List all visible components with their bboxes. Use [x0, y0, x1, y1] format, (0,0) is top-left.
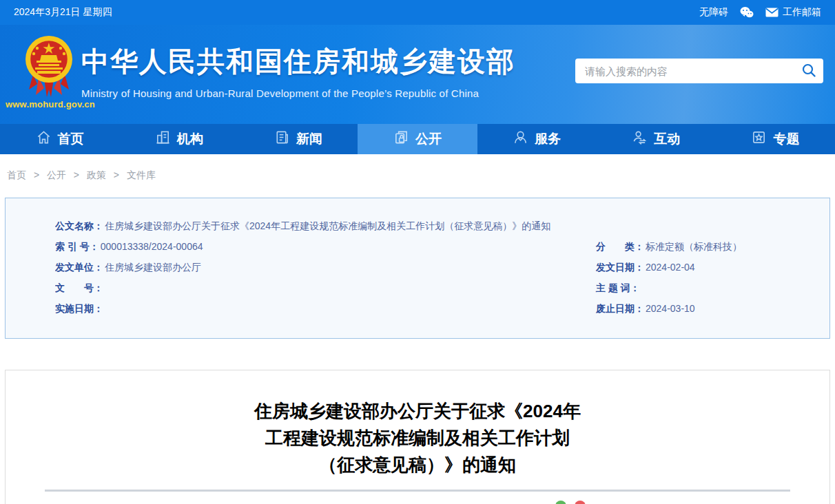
abolition-date-label: 废止日期：	[596, 298, 644, 319]
article-title: 住房城乡建设部办公厅关于征求《2024年 工程建设规范标准编制及相关工作计划 （…	[6, 398, 829, 479]
document-info-card: 公文名称： 住房城乡建设部办公厅关于征求《2024年工程建设规范标准编制及相关工…	[5, 198, 830, 339]
subject-words-label: 主 题 词：	[596, 277, 640, 298]
issuing-unit-label: 发文单位：	[55, 257, 103, 277]
search-icon	[801, 63, 816, 80]
issuing-unit-value: 住房城乡建设部办公厅	[105, 257, 201, 277]
share-icons	[555, 501, 586, 504]
news-icon	[274, 129, 290, 149]
nav-label: 公开	[415, 130, 442, 148]
page: 2024年3月21日 星期四 无障碍	[0, 0, 835, 504]
china-national-emblem-icon	[23, 34, 74, 101]
mailbox-label: 工作邮箱	[783, 6, 821, 19]
breadcrumb-separator: >	[34, 169, 39, 180]
topics-icon	[751, 129, 767, 149]
breadcrumb: 首页 > 公开 > 政策 > 文件库	[0, 154, 835, 198]
implementation-date-label: 实施日期：	[55, 298, 103, 319]
organization-icon	[155, 129, 171, 149]
info-row: 实施日期： 废止日期： 2024-03-10	[55, 298, 802, 319]
info-row: 发文单位： 住房城乡建设部办公厅 发文日期： 2024-02-04	[55, 257, 802, 277]
doc-title-label: 公文名称：	[55, 216, 103, 236]
nav-label: 专题	[773, 130, 799, 148]
index-number-value: 000013338/2024-00064	[101, 236, 203, 257]
home-icon	[36, 129, 52, 149]
article-title-line: 工程建设规范标准编制及相关工作计划	[6, 425, 829, 452]
site-header: www.mohurd.gov.cn 中华人民共和国住房和城乡建设部 Minist…	[0, 25, 835, 124]
mailbox-link[interactable]: 工作邮箱	[765, 6, 821, 19]
nav-item-home[interactable]: 首页	[0, 124, 119, 154]
nav-item-organization[interactable]: 机构	[119, 124, 238, 154]
wechat-icon	[739, 6, 754, 19]
nav-label: 新闻	[296, 130, 322, 148]
info-row-title: 公文名称： 住房城乡建设部办公厅关于征求《2024年工程建设规范标准编制及相关工…	[55, 216, 802, 236]
wechat-share-icon[interactable]	[555, 501, 566, 504]
weibo-share-icon[interactable]	[575, 501, 586, 504]
service-icon	[513, 129, 528, 149]
document-number-label: 文 号：	[55, 277, 103, 298]
index-number-label: 索 引 号：	[55, 236, 99, 257]
nav-label: 首页	[58, 130, 84, 148]
main-nav: 首页 机构 新闻	[0, 124, 835, 154]
article-card: 住房城乡建设部办公厅关于征求《2024年 工程建设规范标准编制及相关工作计划 （…	[5, 370, 830, 504]
topbar: 2024年3月21日 星期四 无障碍	[0, 0, 835, 25]
issue-date-value: 2024-02-04	[646, 257, 695, 277]
breadcrumb-separator: >	[74, 169, 79, 180]
category-label: 分 类：	[596, 236, 644, 257]
abolition-date-value: 2024-03-10	[646, 298, 695, 319]
nav-label: 互动	[654, 130, 680, 148]
nav-item-interaction[interactable]: 互动	[597, 124, 716, 154]
site-title: 中华人民共和国住房和城乡建设部	[81, 43, 515, 81]
nav-label: 服务	[535, 130, 561, 148]
disclosure-icon	[393, 129, 409, 149]
category-value: 标准定额（标准科技）	[646, 236, 742, 257]
doc-title-value: 住房城乡建设部办公厅关于征求《2024年工程建设规范标准编制及相关工作计划（征求…	[105, 216, 550, 236]
site-url: www.mohurd.gov.cn	[6, 99, 95, 109]
nav-item-news[interactable]: 新闻	[238, 124, 358, 154]
breadcrumb-separator: >	[114, 169, 119, 180]
interaction-icon	[632, 129, 648, 149]
article-title-line: 住房城乡建设部办公厅关于征求《2024年	[6, 398, 829, 425]
breadcrumb-library: 文件库	[127, 169, 156, 180]
nav-item-service[interactable]: 服务	[477, 124, 597, 154]
nav-label: 机构	[177, 130, 203, 148]
nav-item-disclosure[interactable]: 公开	[358, 124, 477, 154]
title-divider	[45, 490, 790, 492]
accessibility-link[interactable]: 无障碍	[699, 6, 728, 19]
accessibility-label: 无障碍	[699, 6, 728, 19]
topbar-date: 2024年3月21日 星期四	[14, 6, 112, 19]
envelope-icon	[765, 8, 779, 17]
info-row: 索 引 号： 000013338/2024-00064 分 类： 标准定额（标准…	[55, 236, 802, 257]
breadcrumb-disclosure[interactable]: 公开	[47, 169, 66, 180]
search-button[interactable]	[801, 63, 816, 80]
site-subtitle: Ministry of Housing and Urban-Rural Deve…	[81, 87, 515, 99]
search-input[interactable]	[585, 65, 801, 77]
info-row: 文 号： 主 题 词：	[55, 277, 802, 298]
breadcrumb-home[interactable]: 首页	[7, 169, 26, 180]
issue-date-label: 发文日期：	[596, 257, 644, 277]
nav-item-topics[interactable]: 专题	[716, 124, 835, 154]
article-title-line: （征求意见稿）》的通知	[6, 452, 829, 479]
search-box	[575, 59, 823, 83]
breadcrumb-policy[interactable]: 政策	[87, 169, 106, 180]
wechat-link[interactable]	[739, 6, 754, 19]
